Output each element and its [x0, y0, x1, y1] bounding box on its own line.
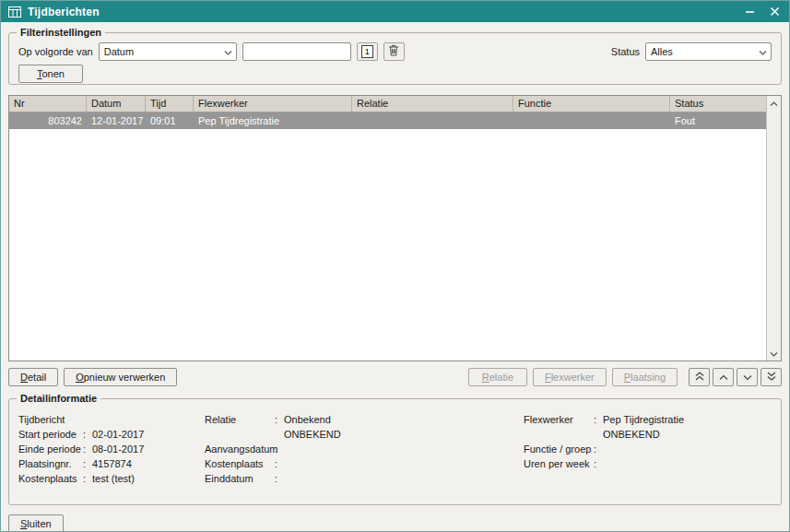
trash-icon — [388, 44, 399, 59]
detail-row: Relatie : Onbekend — [205, 412, 524, 427]
table-body-empty — [9, 129, 766, 361]
detail-group-label: Detailinformatie — [17, 393, 100, 404]
column-header-status[interactable]: Status — [670, 96, 766, 112]
relatie-button[interactable]: Relatie — [468, 368, 527, 386]
cell-flexwerker: Pep Tijdregistratie — [194, 112, 352, 129]
column-header-datum[interactable]: Datum — [87, 96, 146, 112]
chevron-down-icon — [224, 46, 232, 57]
cell-datum: 12-01-2017 — [87, 112, 146, 129]
detail-row: Kostenplaats : test (test) — [18, 471, 205, 486]
flexwerker-button[interactable]: Flexwerker — [533, 368, 607, 386]
footer-row: Sluiten — [8, 514, 782, 532]
detail-row: Uren per week : — [524, 456, 772, 471]
detail-column-3: Flexwerker : Pep Tijdregistratie ONBEKEN… — [524, 412, 772, 486]
detail-row: Start periode : 02-01-2017 — [18, 427, 205, 442]
detail-row: Einde periode : 08-01-2017 — [18, 442, 205, 456]
cell-nr: 803242 — [9, 112, 87, 129]
show-button[interactable]: Tonen — [18, 65, 83, 83]
detail-row: Einddatum : — [205, 471, 524, 486]
clear-filter-button[interactable] — [383, 42, 405, 61]
column-header-relatie[interactable]: Relatie — [352, 96, 513, 112]
titlebar: Tijdberichten — [1, 1, 789, 22]
close-button[interactable] — [770, 6, 780, 17]
vertical-scrollbar[interactable] — [766, 96, 781, 361]
detail-column-1: Tijdbericht Start periode : 02-01-2017 E… — [18, 412, 205, 486]
filter-row-2: Tonen — [18, 65, 772, 83]
window-icon — [8, 6, 21, 18]
detail-row: ONBEKEND — [524, 427, 772, 442]
actions-row: Detail Opnieuw verwerken Relatie Flexwer… — [8, 367, 782, 386]
minimize-button[interactable] — [745, 6, 755, 17]
plaatsing-button[interactable]: Plaatsing — [612, 368, 678, 386]
cell-functie — [513, 112, 670, 129]
chevron-up-icon — [719, 370, 728, 384]
scroll-track[interactable] — [767, 111, 781, 346]
column-header-functie[interactable]: Functie — [513, 96, 670, 112]
detail-row: Functie / groep : — [524, 442, 772, 456]
detail-button[interactable]: Detail — [8, 368, 58, 386]
window-title: Tijdberichten — [28, 6, 738, 18]
table-main: Nr Datum Tijd Flexwerker Relatie Functie… — [9, 96, 766, 361]
tijdberichten-window: Tijdberichten Filterinstellingen Op volg… — [0, 0, 790, 532]
detail-row: Aanvangsdatum : — [205, 442, 524, 456]
filter-group-label: Filterinstellingen — [17, 27, 105, 38]
messages-table: Nr Datum Tijd Flexwerker Relatie Functie… — [8, 95, 782, 361]
chevron-down-icon — [770, 348, 778, 359]
chevron-double-up-icon — [695, 370, 704, 384]
chevron-double-down-icon — [767, 370, 776, 384]
window-content: Filterinstellingen Op volgorde van Datum… — [1, 22, 789, 532]
detail-row: Tijdbericht — [18, 412, 205, 427]
status-select[interactable]: Alles — [645, 42, 772, 61]
close-window-button[interactable]: Sluiten — [8, 514, 64, 532]
order-by-label: Op volgorde van — [18, 46, 93, 57]
status-label: Status — [611, 46, 640, 57]
status-value: Alles — [651, 46, 759, 57]
column-header-nr[interactable]: Nr — [9, 96, 87, 112]
calendar-button[interactable]: 1 — [357, 42, 378, 61]
filter-row: Op volgorde van Datum 1 Status — [18, 42, 772, 61]
order-by-value: Datum — [104, 46, 224, 57]
detail-info-group: Detailinformatie Tijdbericht Start perio… — [8, 398, 782, 505]
last-record-button[interactable] — [761, 368, 782, 386]
cell-tijd: 09:01 — [146, 112, 194, 129]
table-header: Nr Datum Tijd Flexwerker Relatie Functie… — [9, 96, 766, 112]
cell-status: Fout — [670, 112, 766, 129]
detail-row: Kostenplaats : — [205, 456, 524, 471]
reprocess-button[interactable]: Opnieuw verwerken — [64, 368, 177, 386]
detail-grid: Tijdbericht Start periode : 02-01-2017 E… — [18, 412, 772, 486]
scroll-up-button[interactable] — [767, 96, 781, 111]
chevron-down-icon — [743, 370, 752, 384]
detail-row: Flexwerker : Pep Tijdregistratie — [524, 412, 772, 427]
detail-row: ONBEKEND — [205, 427, 524, 442]
detail-column-2: Relatie : Onbekend ONBEKEND Aanvangsdatu… — [205, 412, 524, 486]
table-row[interactable]: 803242 12-01-2017 09:01 Pep Tijdregistra… — [9, 112, 766, 129]
filter-settings-group: Filterinstellingen Op volgorde van Datum… — [8, 32, 782, 85]
scroll-down-button[interactable] — [767, 346, 781, 361]
detail-row: Plaatsingnr. : 4157874 — [18, 456, 205, 471]
filter-value-input[interactable] — [242, 42, 351, 61]
window-controls — [745, 6, 780, 17]
record-navigation — [689, 368, 782, 386]
first-record-button[interactable] — [689, 368, 710, 386]
chevron-up-icon — [770, 98, 778, 109]
cell-relatie — [352, 112, 513, 129]
chevron-down-icon — [759, 46, 767, 57]
column-header-flexwerker[interactable]: Flexwerker — [194, 96, 352, 112]
order-by-select[interactable]: Datum — [99, 42, 237, 61]
column-header-tijd[interactable]: Tijd — [146, 96, 194, 112]
next-record-button[interactable] — [737, 368, 758, 386]
calendar-icon: 1 — [361, 45, 373, 58]
previous-record-button[interactable] — [713, 368, 734, 386]
